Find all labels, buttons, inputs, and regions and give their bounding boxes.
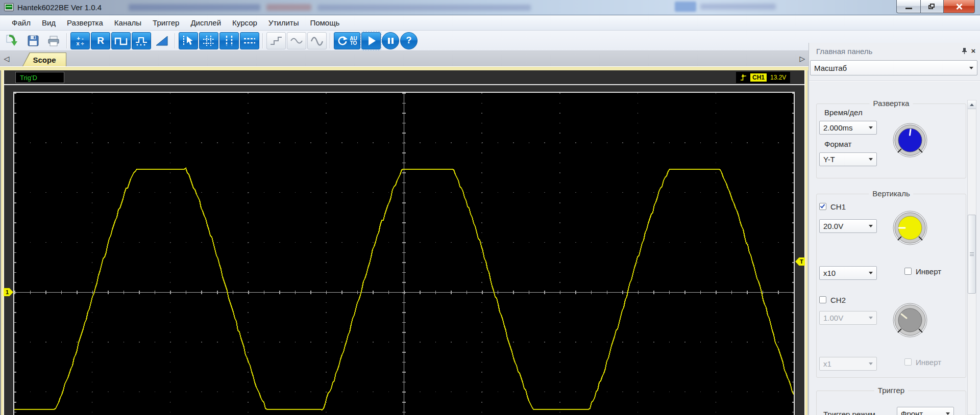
sine-icon [310, 35, 324, 47]
pause-button[interactable] [382, 32, 399, 49]
start-button[interactable] [361, 32, 381, 49]
print-icon [47, 34, 60, 47]
panel-mode-value: Масштаб [814, 64, 847, 72]
import-button[interactable] [3, 32, 22, 49]
horizontal-cursors-button[interactable] [240, 32, 259, 49]
menu-item[interactable]: Триггер [147, 16, 185, 29]
trigger-status: Trig'D [15, 72, 64, 83]
pulse-wave-button[interactable] [111, 32, 131, 49]
menu-item[interactable]: Каналы [109, 16, 147, 29]
ch1-label: CH1 [830, 202, 846, 211]
menu-item[interactable]: Утилиты [263, 16, 305, 29]
tab-content-strip [0, 66, 811, 70]
ch1-scale-knob[interactable] [892, 210, 928, 246]
format-value: Y-T [823, 155, 835, 164]
step-wave-button[interactable] [266, 32, 286, 49]
menu-item[interactable]: Файл [6, 16, 36, 29]
app-window: Hantek6022BE Ver 1.0.4 ФайлВидРазверткаК… [0, 0, 980, 415]
grid-button[interactable] [199, 32, 218, 49]
tab-scope-label: Scope [23, 53, 66, 66]
ch2-probe-select: x1 [819, 357, 877, 371]
title-bar: Hantek6022BE Ver 1.0.4 [0, 0, 980, 15]
ch2-scale-knob[interactable] [892, 302, 928, 339]
play-icon [369, 36, 376, 45]
minimize-icon [905, 8, 912, 9]
menu-item[interactable]: Помощь [304, 16, 345, 29]
ch1-invert-checkbox[interactable] [904, 268, 912, 275]
menu-item[interactable]: Курсор [227, 16, 263, 29]
vertical-cursors-icon [223, 35, 236, 47]
trigger-level-marker[interactable]: T [795, 257, 805, 266]
autoset-button[interactable]: AUTO [334, 32, 360, 49]
panel-header: Главная панель × [809, 43, 980, 59]
print-button[interactable] [44, 32, 63, 49]
background-artifact [266, 4, 311, 11]
toolbar-separator [175, 33, 176, 48]
app-icon [4, 3, 14, 11]
horizontal-cursors-icon [243, 35, 256, 47]
tab-scroll-left-button[interactable]: ◁ [2, 53, 12, 65]
grid-icon [202, 35, 215, 47]
trigger-marker-label: T [800, 258, 803, 265]
horizontal-scale-knob[interactable] [892, 122, 928, 159]
menu-item[interactable]: Вид [36, 16, 61, 29]
help-button[interactable]: ? [400, 32, 418, 49]
time-per-div-value: 2.000ms [823, 123, 853, 132]
trigger-level-value: 13.2V [770, 74, 786, 81]
autoset-icon [337, 35, 348, 46]
pin-button[interactable] [960, 46, 968, 55]
chevron-down-icon [869, 158, 873, 161]
tab-bar: ◁ Scope ▷ [0, 51, 811, 66]
import-icon [6, 34, 20, 48]
ch1-volts-select[interactable]: 20.0V [819, 219, 877, 233]
ch1-marker-label: 1 [6, 289, 9, 295]
pin-icon [962, 47, 967, 54]
trigger-mode-value: Фронт [901, 409, 923, 415]
trigger-legend: Триггер [874, 386, 908, 395]
trigger-edge-icon [740, 73, 747, 82]
scope-separator [4, 84, 804, 85]
sine-small-button[interactable] [287, 32, 306, 49]
trigger-mode-select[interactable]: Фронт [897, 407, 954, 415]
menu-item[interactable]: Развертка [61, 16, 109, 29]
ch1-probe-select[interactable]: x10 [819, 266, 877, 280]
ch2-invert-checkbox [904, 358, 912, 366]
panel-mode-select[interactable]: Масштаб [810, 60, 977, 75]
scrollbar-up-button[interactable] [968, 100, 976, 109]
ramp-button[interactable] [152, 32, 172, 49]
help-icon: ? [406, 35, 412, 46]
panel-close-button[interactable]: × [969, 46, 977, 55]
panel-scrollbar[interactable] [967, 100, 976, 415]
tab-scroll-right-button[interactable]: ▷ [797, 53, 807, 65]
minimize-button[interactable] [896, 0, 921, 13]
main-panel: Главная панель × Масштаб Развертка Время… [808, 43, 980, 415]
ramp-icon [155, 35, 168, 47]
panel-close-icon: × [971, 46, 976, 55]
reference-icon: R [97, 36, 104, 45]
scrollbar-thumb[interactable] [968, 215, 976, 294]
reference-button[interactable]: R [91, 32, 110, 49]
close-button[interactable] [943, 0, 975, 13]
close-icon [955, 3, 963, 10]
ch1-volts-value: 20.0V [823, 222, 843, 230]
cursor-button[interactable] [179, 32, 198, 49]
toolbar-separator [66, 33, 67, 48]
ch2-checkbox[interactable] [819, 296, 826, 303]
vertical-cursors-button[interactable] [219, 32, 239, 49]
menu-item[interactable]: Дисплей [185, 16, 227, 29]
tab-scope[interactable]: Scope [22, 53, 66, 66]
time-per-div-select[interactable]: 2.000ms [819, 121, 877, 135]
chevron-down-icon [869, 225, 873, 227]
pulse-wave-icon [114, 35, 128, 47]
ch1-level-marker[interactable]: 1 [4, 288, 13, 296]
digital-wave-button[interactable] [132, 32, 151, 49]
pause-icon [388, 38, 394, 44]
chevron-down-icon [969, 67, 973, 69]
chevron-down-icon [946, 412, 950, 415]
format-select[interactable]: Y-T [819, 152, 877, 166]
sine-button[interactable] [307, 32, 327, 49]
save-button[interactable] [23, 32, 43, 49]
ch1-checkbox[interactable] [819, 203, 826, 210]
restore-button[interactable] [921, 0, 943, 13]
math-button[interactable]: + -x ÷ [70, 32, 90, 49]
